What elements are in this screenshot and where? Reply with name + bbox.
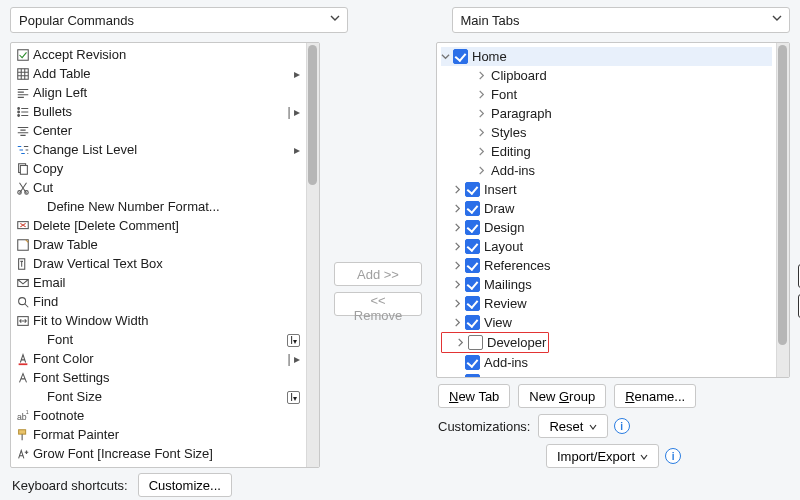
chevron-right-icon[interactable]: [453, 222, 463, 234]
command-item[interactable]: Format Painter: [11, 425, 306, 444]
tree-subitem[interactable]: Paragraph: [477, 104, 772, 123]
rename-button[interactable]: Rename...: [614, 384, 696, 408]
tree-item[interactable]: Layout: [441, 237, 772, 256]
tree-item[interactable]: Agreements: [441, 372, 772, 377]
tree-subitem[interactable]: Clipboard: [477, 66, 772, 85]
new-group-button[interactable]: New Group: [518, 384, 606, 408]
checkbox[interactable]: [465, 296, 480, 311]
new-tab-button[interactable]: New Tab: [438, 384, 510, 408]
scrollbar[interactable]: [776, 43, 789, 377]
chevron-right-icon[interactable]: [453, 298, 463, 310]
chevron-down-icon[interactable]: [441, 51, 451, 63]
tree-subitem[interactable]: Font: [477, 85, 772, 104]
import-export-button[interactable]: Import/Export: [546, 444, 659, 468]
chevron-right-icon[interactable]: [477, 108, 487, 120]
font-color-icon: [15, 351, 31, 367]
tree-subitem[interactable]: Editing: [477, 142, 772, 161]
command-item[interactable]: Copy: [11, 159, 306, 178]
tree-item[interactable]: Insert: [441, 180, 772, 199]
command-label: Font Color: [33, 351, 288, 366]
center-icon: [15, 123, 31, 139]
command-item[interactable]: FontI▾: [11, 330, 306, 349]
checkbox[interactable]: [465, 220, 480, 235]
command-item[interactable]: Font Settings: [11, 368, 306, 387]
command-item[interactable]: Draw Vertical Text Box: [11, 254, 306, 273]
remove-button[interactable]: << Remove: [334, 292, 422, 316]
reset-button[interactable]: Reset: [538, 414, 607, 438]
command-item[interactable]: Find: [11, 292, 306, 311]
command-item[interactable]: Font Color | ▸: [11, 349, 306, 368]
tree-subitem[interactable]: Styles: [477, 123, 772, 142]
chevron-right-icon[interactable]: [453, 260, 463, 272]
command-item[interactable]: Draw Table: [11, 235, 306, 254]
checkbox[interactable]: [465, 315, 480, 330]
command-item[interactable]: Bullets | ▸: [11, 102, 306, 121]
tree-item-label: Draw: [482, 201, 514, 216]
chevron-right-icon[interactable]: [456, 337, 466, 349]
tree-item-label: Review: [482, 296, 527, 311]
command-item[interactable]: Fit to Window Width: [11, 311, 306, 330]
chevron-right-icon[interactable]: [453, 203, 463, 215]
tabs-tree[interactable]: HomeClipboardFontParagraphStylesEditingA…: [436, 42, 790, 378]
chevron-right-icon[interactable]: [477, 70, 487, 82]
command-item[interactable]: Center: [11, 121, 306, 140]
tree-item-label: Add-ins: [482, 355, 528, 370]
command-item[interactable]: Font SizeI▾: [11, 387, 306, 406]
command-item[interactable]: Cut: [11, 178, 306, 197]
checkbox[interactable]: [468, 335, 483, 350]
command-item[interactable]: Grow Font [Increase Font Size]: [11, 444, 306, 463]
checkbox[interactable]: [465, 258, 480, 273]
commands-listbox[interactable]: Accept RevisionAdd Table▸Align LeftBulle…: [10, 42, 320, 468]
tabs-source-select[interactable]: Main Tabs: [452, 7, 791, 33]
checkbox[interactable]: [465, 182, 480, 197]
commands-source-select[interactable]: Popular Commands: [10, 7, 348, 33]
email-icon: [15, 275, 31, 291]
add-button[interactable]: Add >>: [334, 262, 422, 286]
command-item[interactable]: Email: [11, 273, 306, 292]
command-label: Font Size: [33, 389, 287, 404]
chevron-right-icon[interactable]: [453, 184, 463, 196]
tree-item[interactable]: Draw: [441, 199, 772, 218]
svg-rect-15: [19, 363, 28, 365]
command-item[interactable]: Accept Revision: [11, 45, 306, 64]
scrollbar[interactable]: [306, 43, 319, 467]
chevron-right-icon[interactable]: [477, 165, 487, 177]
chevron-right-icon[interactable]: [477, 146, 487, 158]
tree-item[interactable]: Mailings: [441, 275, 772, 294]
chevron-right-icon[interactable]: [453, 317, 463, 329]
dropdown-indicator-icon: I▾: [287, 332, 300, 347]
checkbox[interactable]: [465, 277, 480, 292]
chevron-right-icon[interactable]: [477, 127, 487, 139]
tree-item[interactable]: Review: [441, 294, 772, 313]
tree-item[interactable]: View: [441, 313, 772, 332]
chevron-right-icon[interactable]: [453, 376, 463, 378]
command-item[interactable]: Insert Comment: [11, 463, 306, 467]
scrollbar-thumb[interactable]: [778, 45, 787, 345]
delete-comment-icon: [15, 218, 31, 234]
checkbox[interactable]: [465, 355, 480, 370]
checkbox[interactable]: [465, 239, 480, 254]
tree-item[interactable]: References: [441, 256, 772, 275]
chevron-right-icon[interactable]: [453, 279, 463, 291]
checkbox[interactable]: [453, 49, 468, 64]
command-item[interactable]: ab1Footnote: [11, 406, 306, 425]
chevron-right-icon[interactable]: [477, 89, 487, 101]
chevron-right-icon[interactable]: [453, 241, 463, 253]
tree-subitem[interactable]: Add-ins: [477, 161, 772, 180]
customize-keyboard-button[interactable]: Customize...: [138, 473, 232, 497]
tree-item[interactable]: Developer: [444, 333, 546, 352]
checkbox[interactable]: [465, 201, 480, 216]
command-label: Footnote: [33, 408, 300, 423]
command-item[interactable]: Define New Number Format...: [11, 197, 306, 216]
tree-item[interactable]: Design: [441, 218, 772, 237]
tree-item-home[interactable]: Home: [441, 47, 772, 66]
command-item[interactable]: Delete [Delete Comment]: [11, 216, 306, 235]
command-item[interactable]: Align Left: [11, 83, 306, 102]
command-item[interactable]: Add Table▸: [11, 64, 306, 83]
table-icon: [15, 66, 31, 82]
svg-rect-6: [20, 165, 27, 174]
scrollbar-thumb[interactable]: [308, 45, 317, 185]
command-item[interactable]: Change List Level▸: [11, 140, 306, 159]
tree-item[interactable]: Add-ins: [441, 353, 772, 372]
checkbox[interactable]: [465, 374, 480, 377]
